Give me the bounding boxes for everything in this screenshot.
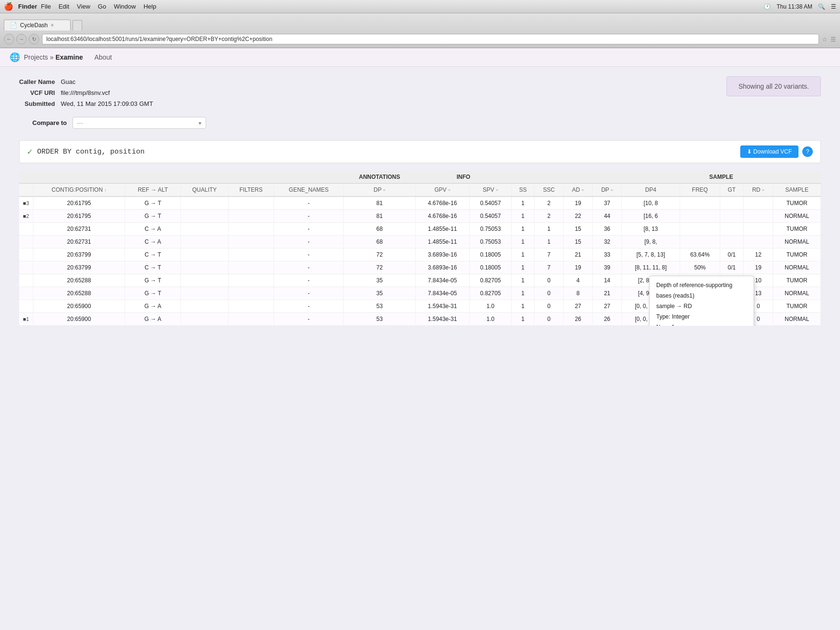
gpv-cell: 1.4855e-11 — [415, 223, 469, 236]
vcf-uri-label: VCF URI — [19, 87, 61, 98]
group-header-info: INFO — [415, 171, 511, 184]
tooltip-line2: bases (reads1) — [656, 291, 747, 300]
metadata-section: Caller Name Guac VCF URI file:///tmp/8sn… — [19, 76, 821, 129]
ssc-cell: 0 — [535, 287, 564, 300]
position-cell: 20:65900 — [33, 300, 125, 313]
search-icon[interactable]: 🔍 — [818, 3, 825, 10]
main-content: Caller Name Guac VCF URI file:///tmp/8sn… — [0, 67, 840, 335]
ad-cell: 4 — [563, 274, 592, 287]
clock-icon: 🕐 — [764, 3, 771, 10]
col-pin — [19, 184, 33, 197]
ssc-cell: 0 — [535, 300, 564, 313]
ref-alt-cell: C → T — [125, 248, 181, 261]
ssc-cell: 7 — [535, 261, 564, 274]
col-ad[interactable]: AD ÷ — [563, 184, 592, 197]
filters-cell — [228, 223, 273, 236]
menu-window[interactable]: Window — [114, 3, 136, 10]
menu-icon[interactable]: ☰ — [830, 36, 836, 43]
quality-cell — [181, 287, 229, 300]
position-cell: 20:65900 — [33, 313, 125, 326]
gene-names-cell: - — [274, 210, 344, 223]
group-header-row: ANNOTATIONS INFO SAMPLE — [19, 171, 821, 184]
spv-cell: 1.0 — [470, 300, 512, 313]
star-icon[interactable]: ☆ — [822, 36, 828, 43]
col-position[interactable]: CONTIG:POSITION ↑ — [33, 184, 125, 197]
col-ref-alt: REF → ALT — [125, 184, 181, 197]
gpv-cell: 3.6893e-16 — [415, 261, 469, 274]
col-dp[interactable]: DP ÷ — [344, 184, 415, 197]
compare-select[interactable]: --- — [73, 117, 206, 129]
pin-cell — [19, 300, 33, 313]
forward-button[interactable]: → — [16, 34, 27, 44]
address-bar[interactable] — [42, 34, 819, 44]
compare-select-wrapper: --- ▼ — [73, 117, 206, 129]
breadcrumb-projects[interactable]: Projects — [24, 53, 48, 61]
col-spv[interactable]: SPV ÷ — [470, 184, 512, 197]
col-filters: FILTERS — [228, 184, 273, 197]
ad-cell: 19 — [563, 261, 592, 274]
breadcrumb-examine[interactable]: Examine — [55, 53, 83, 61]
ad-cell: 15 — [563, 223, 592, 236]
browser-toolbar-right: ☆ ☰ — [822, 36, 836, 43]
showing-variants: Showing all 20 variants. — [726, 76, 821, 96]
pin-cell: ■1 — [19, 313, 33, 326]
rd-cell: 12 — [744, 248, 773, 261]
sample-cell: NORMAL — [773, 287, 821, 300]
quality-cell — [181, 313, 229, 326]
col-freq: FREQ — [680, 184, 720, 197]
dp2-cell: 26 — [593, 313, 622, 326]
ref-alt-cell: G → A — [125, 300, 181, 313]
tab-close-button[interactable]: × — [51, 22, 54, 29]
freq-cell — [680, 196, 720, 210]
dp2-cell: 36 — [593, 223, 622, 236]
browser-toolbar: ← → ↻ ☆ ☰ — [0, 31, 840, 48]
filters-cell — [228, 274, 273, 287]
about-link[interactable]: About — [94, 53, 112, 61]
tooltip-line3: sample → RD — [656, 302, 747, 310]
menu-file[interactable]: File — [41, 3, 51, 10]
menu-view[interactable]: View — [77, 3, 90, 10]
table-row: ■2 20:61795 G → T - 81 4.6768e-16 0.5405… — [19, 210, 821, 223]
ss-cell: 1 — [512, 313, 535, 326]
dp-cell: 72 — [344, 248, 415, 261]
group-header-annotations: ANNOTATIONS — [344, 171, 415, 184]
position-cell: 20:62731 — [33, 223, 125, 236]
data-table-wrapper: ANNOTATIONS INFO SAMPLE CONTIG:POSITION … — [19, 171, 821, 326]
position-cell: 20:65288 — [33, 287, 125, 300]
gene-names-cell: - — [274, 236, 344, 248]
filters-cell — [228, 313, 273, 326]
menu-edit[interactable]: Edit — [59, 3, 69, 10]
ad-cell: 26 — [563, 313, 592, 326]
dp-cell: 35 — [344, 274, 415, 287]
reload-button[interactable]: ↻ — [29, 34, 39, 44]
sample-cell: TUMOR — [773, 274, 821, 287]
help-button[interactable]: ? — [802, 146, 813, 157]
new-tab-button[interactable] — [73, 20, 82, 31]
col-ssc: SSC — [535, 184, 564, 197]
ss-cell: 1 — [512, 210, 535, 223]
browser-tab[interactable]: 📄 CycleDash × — [4, 20, 71, 31]
download-vcf-button[interactable]: ⬇ Download VCF — [740, 145, 798, 158]
pin-cell — [19, 274, 33, 287]
menu-go[interactable]: Go — [98, 3, 106, 10]
back-button[interactable]: ← — [4, 34, 14, 44]
dp4-cell: [10, 8 — [621, 196, 680, 210]
ss-cell: 1 — [512, 223, 535, 236]
position-cell: 20:65288 — [33, 274, 125, 287]
ref-alt-cell: G → T — [125, 196, 181, 210]
col-gpv[interactable]: GPV ÷ — [415, 184, 469, 197]
menu-icon[interactable]: ☰ — [831, 3, 836, 10]
menu-help[interactable]: Help — [144, 3, 157, 10]
caller-name-value: Guac — [61, 76, 158, 87]
dp2-cell: 37 — [593, 196, 622, 210]
gpv-cell: 7.8434e-05 — [415, 274, 469, 287]
group-header-empty2 — [512, 171, 622, 184]
dp4-cell: [5, 7, 8, 13] — [621, 248, 680, 261]
gene-names-cell: - — [274, 300, 344, 313]
col-dp2[interactable]: DP ÷ — [593, 184, 622, 197]
tooltip-line5: Num: 1 — [656, 323, 747, 326]
quality-cell — [181, 248, 229, 261]
col-rd[interactable]: RD ÷ — [744, 184, 773, 197]
logo-icon: 🌐 — [10, 52, 20, 62]
spv-cell: 0.18005 — [470, 248, 512, 261]
